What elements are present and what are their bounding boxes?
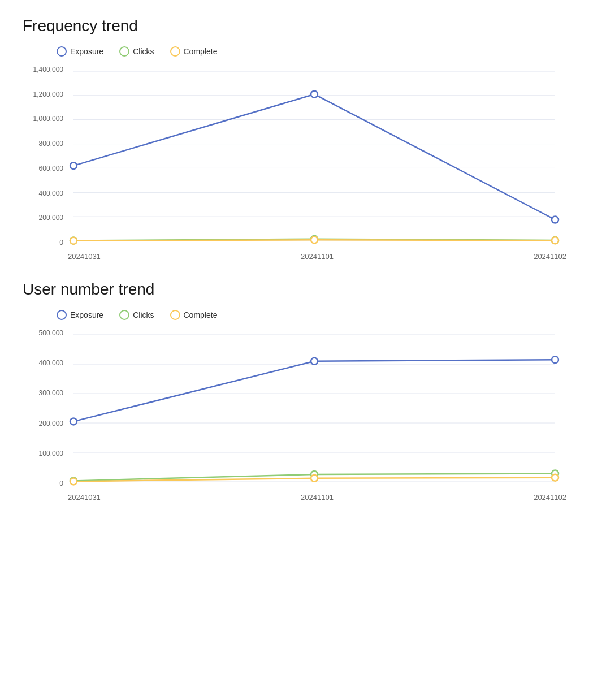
svg-point-29 — [70, 478, 77, 485]
y-label: 400,000 — [39, 189, 63, 197]
user-clicks-label: Clicks — [133, 310, 154, 319]
y-label: 1,400,000 — [33, 66, 63, 74]
complete-label: Complete — [184, 47, 218, 56]
y-label: 200,000 — [39, 420, 63, 427]
svg-point-14 — [70, 237, 77, 244]
frequency-legend-exposure: Exposure — [57, 46, 103, 57]
svg-point-16 — [552, 237, 558, 244]
clicks-dot — [119, 46, 129, 57]
exposure-label: Exposure — [70, 47, 103, 56]
user-legend-exposure: Exposure — [57, 310, 103, 320]
svg-point-31 — [552, 474, 558, 481]
user-clicks-dot — [119, 310, 129, 320]
frequency-legend-clicks: Clicks — [119, 46, 154, 57]
user-trend-section: User number trend Exposure Clicks Comple… — [23, 280, 566, 487]
frequency-trend-section: Frequency trend Exposure Clicks Complete… — [23, 17, 566, 247]
user-complete-label: Complete — [184, 310, 218, 319]
frequency-chart-container: 1,400,0001,200,0001,000,000800,000600,00… — [23, 66, 566, 247]
frequency-chart-area: 20241031 20241101 20241102 — [68, 66, 566, 247]
frequency-y-axis: 1,400,0001,200,0001,000,000800,000600,00… — [23, 66, 68, 247]
user-exposure-label: Exposure — [70, 310, 103, 319]
y-label: 600,000 — [39, 165, 63, 172]
y-label: 1,200,000 — [33, 90, 63, 98]
user-legend-complete: Complete — [170, 310, 218, 320]
user-y-axis: 500,000400,000300,000200,000100,0000 — [23, 329, 68, 487]
y-label: 100,000 — [39, 450, 63, 457]
frequency-x-axis: 20241031 20241101 20241102 — [68, 252, 566, 261]
frequency-legend-complete: Complete — [170, 46, 218, 57]
user-exposure-dot — [57, 310, 67, 320]
y-label: 1,000,000 — [33, 115, 63, 123]
user-chart-container: 500,000400,000300,000200,000100,0000 202… — [23, 329, 566, 487]
user-complete-dot — [170, 310, 180, 320]
svg-point-30 — [311, 475, 318, 482]
user-x-label-2: 20241102 — [534, 493, 566, 502]
svg-point-15 — [311, 236, 318, 243]
y-label: 400,000 — [39, 359, 63, 367]
svg-point-10 — [552, 217, 558, 223]
svg-point-23 — [70, 418, 77, 425]
frequency-chart-svg — [68, 66, 566, 247]
user-chart-svg — [68, 329, 566, 487]
frequency-trend-title: Frequency trend — [23, 17, 566, 35]
user-x-label-1: 20241101 — [301, 493, 334, 502]
user-chart-area: 20241031 20241101 20241102 — [68, 329, 566, 487]
freq-x-label-2: 20241102 — [534, 252, 566, 261]
clicks-label: Clicks — [133, 47, 154, 56]
svg-point-8 — [70, 162, 77, 169]
y-label: 0 — [59, 479, 63, 487]
freq-x-label-1: 20241101 — [301, 252, 334, 261]
y-label: 200,000 — [39, 214, 63, 222]
user-trend-legend: Exposure Clicks Complete — [57, 310, 566, 320]
user-legend-clicks: Clicks — [119, 310, 154, 320]
user-x-label-0: 20241031 — [68, 493, 101, 502]
complete-dot — [170, 46, 180, 57]
frequency-trend-legend: Exposure Clicks Complete — [57, 46, 566, 57]
y-label: 0 — [59, 239, 63, 247]
svg-point-24 — [311, 358, 318, 365]
y-label: 300,000 — [39, 389, 63, 397]
user-x-axis: 20241031 20241101 20241102 — [68, 493, 566, 502]
y-label: 800,000 — [39, 140, 63, 148]
freq-x-label-0: 20241031 — [68, 252, 101, 261]
svg-point-25 — [552, 356, 558, 363]
user-trend-title: User number trend — [23, 280, 566, 299]
exposure-dot — [57, 46, 67, 57]
svg-point-9 — [311, 91, 318, 98]
y-label: 500,000 — [39, 329, 63, 337]
